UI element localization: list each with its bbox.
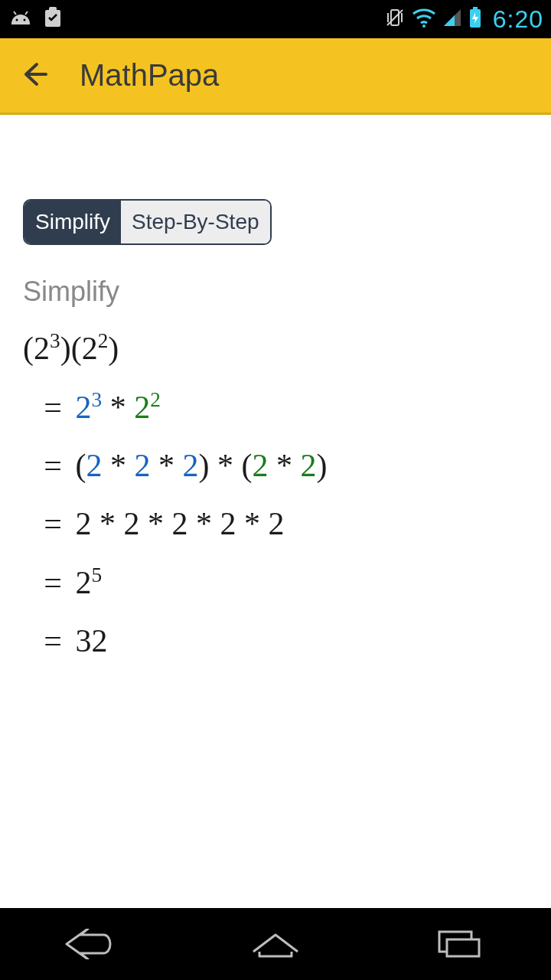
nav-home-button[interactable] [237,923,314,965]
step-2: = (2 * 2 * 2) * (2 * 2) [38,447,528,484]
svg-line-5 [387,10,403,25]
s1-e2: 2 [150,388,161,411]
battery-icon [468,7,482,31]
svg-point-6 [422,24,425,28]
s2-a1: 2 [86,448,103,483]
svg-point-0 [16,19,18,21]
wifi-icon [412,8,436,31]
s4-exp: 5 [92,564,103,586]
s1-e1: 3 [92,388,103,411]
step-4: = 25 [38,564,528,601]
mode-tabs: Simplify Step-By-Step [23,199,272,245]
equals-sign: = [38,505,67,542]
system-nav-bar [0,908,551,980]
status-right: 6:20 [384,5,543,34]
s2-b2: 2 [301,448,317,483]
status-time: 6:20 [493,5,543,34]
equals-sign: = [38,447,67,484]
svg-point-1 [24,19,26,21]
equals-sign: = [38,622,67,659]
step-5: = 32 [38,622,528,659]
expr-exp2: 2 [98,329,109,352]
s5-val: 32 [76,623,108,658]
s2-b1: 2 [253,448,269,483]
s4-base: 2 [76,565,92,600]
tab-simplify[interactable]: Simplify [24,201,121,243]
svg-rect-8 [473,7,478,10]
equals-sign: = [38,389,67,426]
s3-v4: 2 [220,506,236,541]
expr-base2: 2 [82,331,98,366]
solution-steps: = 23 * 22 = (2 * 2 * 2) * (2 * 2) = 2 * … [23,388,528,659]
vibrate-icon [384,7,406,31]
nav-back-button[interactable] [54,923,130,965]
s3-v1: 2 [76,506,92,541]
content-area: Simplify Step-By-Step Simplify (23)(22) … [0,115,551,659]
s1-b1: 2 [76,390,92,425]
expr-exp1: 3 [50,329,60,352]
nav-recent-button[interactable] [421,923,497,965]
s1-b2: 2 [134,390,150,425]
s2-a2: 2 [135,448,151,483]
s3-v3: 2 [172,506,188,541]
status-left [8,6,63,32]
input-expression: (23)(22) [23,329,528,367]
status-bar: 6:20 [0,0,551,38]
signal-icon [442,8,462,31]
clipboard-icon [43,6,63,32]
section-heading: Simplify [23,276,528,308]
svg-rect-3 [49,7,57,12]
s2-a3: 2 [183,448,199,483]
step-1: = 23 * 22 [38,388,528,426]
tab-step-by-step[interactable]: Step-By-Step [121,201,270,243]
step-3: = 2 * 2 * 2 * 2 * 2 [38,505,528,542]
expr-base1: 2 [34,331,50,366]
app-title: MathPapa [80,58,219,93]
equals-sign: = [38,564,67,601]
svg-rect-10 [447,939,479,956]
android-icon [8,8,34,30]
back-button[interactable] [20,60,49,92]
app-bar: MathPapa [0,38,551,115]
s3-v5: 2 [269,506,285,541]
s3-v2: 2 [124,506,140,541]
